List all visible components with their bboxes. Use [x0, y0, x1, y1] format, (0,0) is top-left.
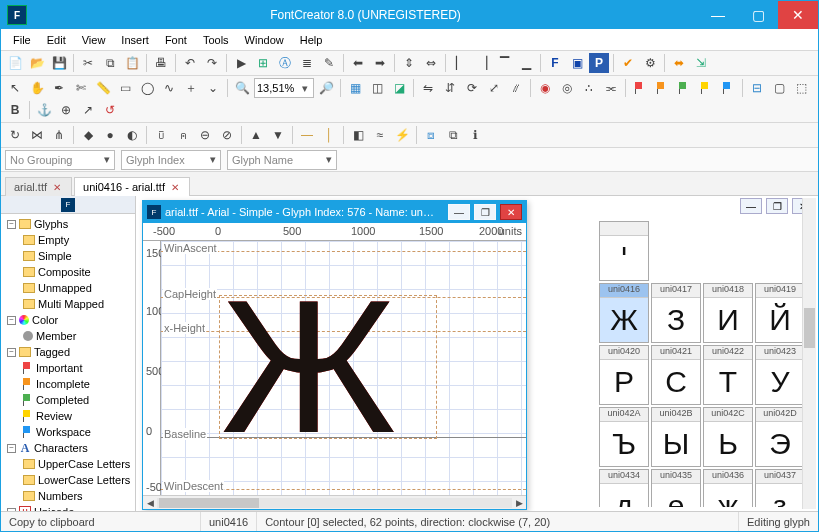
snap-guide-icon[interactable]: ◫	[367, 78, 387, 98]
union-icon[interactable]: ⩂	[151, 125, 171, 145]
glyph-cell[interactable]: ꞌ	[599, 221, 649, 281]
paste-icon[interactable]: 📋	[122, 53, 142, 73]
chevron-down-icon[interactable]: ▾	[326, 153, 332, 166]
guide-v-icon[interactable]: │	[319, 125, 339, 145]
snap-contour-icon[interactable]: ◪	[389, 78, 409, 98]
add-point-icon[interactable]: ＋	[181, 78, 201, 98]
connect-icon[interactable]: ⫘	[601, 78, 621, 98]
menu-help[interactable]: Help	[294, 32, 329, 48]
sub-titlebar[interactable]: F arial.ttf - Arial - Simple - Glyph Ind…	[143, 201, 526, 223]
glyph-cell[interactable]: uni0436ж	[703, 469, 753, 507]
point-convert-icon[interactable]: ◐	[122, 125, 142, 145]
skew-icon[interactable]: ⫽	[506, 78, 526, 98]
exclude-icon[interactable]: ⊘	[217, 125, 237, 145]
zoom-input[interactable]	[257, 80, 299, 96]
glyph-cell[interactable]: uni0423У	[755, 345, 805, 405]
next-icon[interactable]: ➡	[370, 53, 390, 73]
point-corner-icon[interactable]: ◆	[78, 125, 98, 145]
align-bottom-icon[interactable]: ▁	[516, 53, 536, 73]
tag-yellow-icon[interactable]	[696, 78, 716, 98]
glyph-cell[interactable]: uni0437з	[755, 469, 805, 507]
glyph-cell[interactable]: uni0421С	[651, 345, 701, 405]
zoom-in-icon[interactable]: 🔎	[316, 78, 336, 98]
grouping-combo[interactable]: No Grouping▾	[5, 150, 115, 170]
autohint-icon[interactable]: Ⓐ	[275, 53, 295, 73]
glyph-cell[interactable]: uni0422Т	[703, 345, 753, 405]
mdi-restore-button[interactable]: ❐	[766, 198, 788, 214]
save-icon[interactable]: 💾	[49, 53, 69, 73]
edit-icon[interactable]: ✎	[319, 53, 339, 73]
tree-item[interactable]: Unmapped	[1, 280, 135, 296]
mdi-minimize-button[interactable]: —	[740, 198, 762, 214]
chevron-down-icon[interactable]: ▾	[104, 153, 110, 166]
align-top-icon[interactable]: ▔	[494, 53, 514, 73]
vscrollbar[interactable]	[802, 198, 816, 509]
curve-icon[interactable]: ∿	[159, 78, 179, 98]
select-all-icon[interactable]: ⬚	[791, 78, 811, 98]
close-icon[interactable]: ✕	[171, 182, 179, 193]
edited-glyph[interactable]: Ж	[221, 271, 396, 461]
minimize-button[interactable]: —	[698, 1, 738, 29]
flip-h-icon[interactable]: ⇋	[418, 78, 438, 98]
ruler-horizontal[interactable]: -500 0 500 1000 1500 2000 units	[143, 223, 526, 241]
measure-icon[interactable]: 📏	[93, 78, 113, 98]
link-icon[interactable]: ↗	[78, 100, 98, 120]
composite-icon[interactable]: ⧈	[421, 125, 441, 145]
glyph-cell[interactable]: uni0418И	[703, 283, 753, 343]
chevron-down-icon[interactable]: ▾	[210, 153, 216, 166]
eyedrop-icon[interactable]: ⌄	[203, 78, 223, 98]
zoom-combo[interactable]: ▾	[254, 78, 314, 98]
menu-font[interactable]: Font	[159, 32, 193, 48]
rotate-icon[interactable]: ⟳	[462, 78, 482, 98]
tree-item[interactable]: Review	[1, 408, 135, 424]
metrics-icon[interactable]: ⊟	[747, 78, 767, 98]
menu-view[interactable]: View	[76, 32, 112, 48]
tree-item[interactable]: Important	[1, 360, 135, 376]
tree-item[interactable]: Simple	[1, 248, 135, 264]
menu-edit[interactable]: Edit	[41, 32, 72, 48]
tab-arial[interactable]: arial.ttf✕	[5, 177, 72, 196]
tag-blue-icon[interactable]	[718, 78, 738, 98]
tree-item[interactable]: Workspace	[1, 424, 135, 440]
redo-icon[interactable]: ↷	[202, 53, 222, 73]
snap-grid-icon[interactable]: ▦	[345, 78, 365, 98]
tree-item[interactable]: Member	[1, 328, 135, 344]
points-icon[interactable]: ∴	[579, 78, 599, 98]
undo-icon[interactable]: ↶	[180, 53, 200, 73]
decompose-icon[interactable]: ⧉	[443, 125, 463, 145]
outline-icon[interactable]: ◎	[557, 78, 577, 98]
menu-file[interactable]: File	[7, 32, 37, 48]
contour-direction-icon[interactable]: ↻	[5, 125, 25, 145]
glyph-cell[interactable]: uni0417З	[651, 283, 701, 343]
print-icon[interactable]: 🖶	[151, 53, 171, 73]
glyph-props-icon[interactable]: ℹ	[465, 125, 485, 145]
run-icon[interactable]: ▶	[231, 53, 251, 73]
chevron-down-icon[interactable]: ▾	[299, 82, 311, 95]
tree-characters[interactable]: −ACharacters	[1, 440, 135, 456]
tree-tagged[interactable]: −Tagged	[1, 344, 135, 360]
glyph-cell[interactable]: uni0416Ж	[599, 283, 649, 343]
pen-icon[interactable]: ✒	[49, 78, 69, 98]
reset-icon[interactable]: ↺	[100, 100, 120, 120]
anchor-icon[interactable]: ⚓	[34, 100, 54, 120]
tree-item[interactable]: Composite	[1, 264, 135, 280]
glyph-cell[interactable]: uni0434д	[599, 469, 649, 507]
scroll-left-button[interactable]: ◀	[143, 497, 157, 509]
pointer-icon[interactable]: ↖	[5, 78, 25, 98]
close-icon[interactable]: ✕	[53, 182, 61, 193]
scroll-thumb[interactable]	[804, 308, 815, 348]
menu-window[interactable]: Window	[239, 32, 290, 48]
rect-icon[interactable]: ▭	[115, 78, 135, 98]
name-combo[interactable]: Glyph Name▾	[227, 150, 337, 170]
tag-red-icon[interactable]	[630, 78, 650, 98]
target-icon[interactable]: ⊕	[56, 100, 76, 120]
scale-icon[interactable]: ⤢	[484, 78, 504, 98]
ruler-vertical[interactable]: 1500 1000 500 0 -500	[143, 241, 161, 495]
tree-item[interactable]: Incomplete	[1, 376, 135, 392]
intersect-icon[interactable]: ⩀	[173, 125, 193, 145]
new-icon[interactable]: 📄	[5, 53, 25, 73]
knife-icon[interactable]: ✄	[71, 78, 91, 98]
glyph-cell[interactable]: uni042BЫ	[651, 407, 701, 467]
tree-item[interactable]: LowerCase Letters	[1, 472, 135, 488]
check-icon[interactable]: ✔	[618, 53, 638, 73]
